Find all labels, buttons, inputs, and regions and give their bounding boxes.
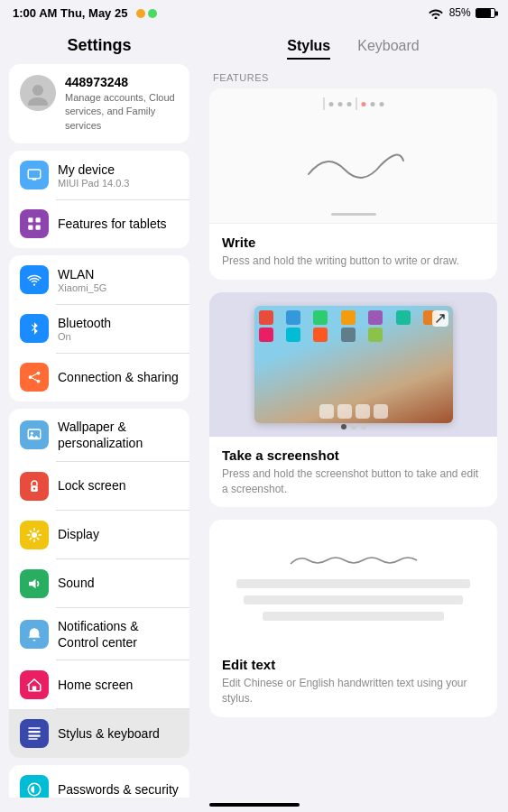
sidebar-item-homescreen[interactable]: Home screen: [9, 660, 189, 709]
display-icon: [20, 521, 49, 549]
stylus-label: Stylus & keyboard: [58, 725, 160, 742]
sidebar-item-lockscreen[interactable]: Lock screen: [9, 462, 189, 511]
sidebar-group-security: Passwords & security: [9, 765, 189, 798]
svg-rect-22: [28, 727, 41, 729]
sidebar-item-stylus[interactable]: Stylus & keyboard: [9, 709, 189, 758]
toolbar-dot1: [328, 102, 333, 106]
edittext-feature-text: Edit text Edit Chinese or English handwr…: [209, 646, 497, 717]
mydevice-icon: [20, 161, 49, 189]
feature-card-screenshot: Take a screenshot Press and hold the scr…: [209, 292, 497, 508]
stylus-drawing: [300, 143, 408, 188]
sidebar-item-wlan[interactable]: WLAN Xiaomi_5G: [9, 255, 189, 304]
app-icon-12: [368, 328, 383, 342]
homescreen-icon: [20, 670, 49, 699]
svg-point-8: [29, 375, 32, 379]
corner-icon: [432, 310, 448, 327]
text-line-1: [236, 579, 469, 588]
stylus-icon: [20, 719, 49, 748]
write-title: Write: [222, 235, 485, 250]
svg-rect-4: [28, 217, 32, 222]
svg-rect-23: [28, 738, 38, 740]
app-icon-9: [286, 328, 300, 342]
avatar-icon: [25, 80, 51, 106]
sidebar-group-personalization: Wallpaper & personalization Lock screen …: [9, 409, 189, 758]
screen-thumbnail: [254, 306, 453, 423]
sidebar-item-passwords[interactable]: Passwords & security: [9, 765, 189, 798]
app-icon-4: [341, 310, 356, 325]
dock-icon-4: [374, 404, 388, 419]
sidebar-item-sound[interactable]: Sound: [9, 559, 189, 608]
svg-rect-6: [28, 226, 32, 230]
app-icon-6: [396, 310, 411, 325]
account-id: 448973248: [65, 75, 179, 89]
sound-icon: [20, 569, 49, 598]
toolbar-div2: [356, 97, 356, 110]
account-section[interactable]: 448973248 Manage accounts, Cloud service…: [9, 64, 189, 143]
wallpaper-icon: [20, 420, 49, 449]
tablets-icon: [20, 209, 49, 238]
edittext-desc: Edit Chinese or English handwritten text…: [222, 676, 485, 706]
svg-point-9: [37, 372, 41, 375]
app-icon-10: [313, 328, 328, 342]
svg-line-12: [32, 378, 37, 381]
status-time-date: 1:00 AM Thu, May 25: [13, 6, 157, 20]
tablets-label: Features for tablets: [58, 216, 167, 232]
notif-dot-orange: [136, 9, 145, 18]
bluetooth-label: Bluetooth: [58, 315, 111, 331]
app-icon-1: [259, 310, 273, 325]
toolbar-dot4: [361, 102, 365, 106]
dock-icon-2: [337, 404, 352, 419]
battery-icon: 85%: [449, 6, 495, 19]
sidebar-item-notifications[interactable]: Notifications & Control center: [9, 608, 189, 660]
sidebar-item-connection[interactable]: Connection & sharing: [9, 353, 189, 401]
screenshot-desc: Press and hold the screenshot button to …: [222, 466, 485, 497]
sidebar-group-device: My device MIUI Pad 14.0.3 Features for t…: [9, 151, 189, 248]
svg-point-17: [32, 532, 37, 538]
svg-point-14: [31, 432, 33, 435]
notif-dot-green: [148, 9, 157, 18]
lockscreen-icon: [20, 472, 49, 501]
svg-point-10: [37, 380, 41, 383]
toolbar-dot2: [337, 102, 342, 106]
stylus-toolbar: [323, 97, 383, 110]
status-time: 1:00 AM: [13, 6, 57, 20]
tab-keyboard[interactable]: Keyboard: [357, 38, 420, 60]
sidebar-item-tablets[interactable]: Features for tablets: [9, 199, 189, 248]
lockscreen-label: Lock screen: [58, 477, 125, 494]
svg-rect-2: [28, 170, 41, 179]
text-line-3: [263, 612, 444, 621]
sidebar-title: Settings: [0, 25, 199, 64]
passwords-label: Passwords & security: [58, 781, 179, 798]
app-icon-2: [286, 310, 300, 325]
app-icon-11: [341, 328, 356, 342]
svg-point-1: [28, 97, 48, 106]
section-label: FEATURES: [199, 69, 508, 88]
screenshot-preview: [209, 292, 497, 437]
sidebar-item-wallpaper[interactable]: Wallpaper & personalization: [9, 409, 189, 461]
sidebar-group-network: WLAN Xiaomi_5G Bluetooth On Connection &…: [9, 255, 189, 401]
dot-2: [361, 424, 366, 429]
connection-label: Connection & sharing: [58, 369, 179, 385]
sidebar-item-mydevice[interactable]: My device MIUI Pad 14.0.3: [9, 151, 189, 199]
right-panel: Stylus Keyboard FEATURES: [199, 25, 508, 798]
toolbar-dot3: [346, 102, 351, 106]
dock-icon-1: [319, 404, 334, 419]
svg-rect-19: [32, 686, 37, 690]
write-preview: [209, 88, 497, 224]
account-description: Manage accounts, Cloud services, and Fam…: [65, 91, 179, 133]
bluetooth-labels: Bluetooth On: [58, 315, 111, 342]
bottom-bar: [0, 798, 508, 812]
feature-card-write: Write Press and hold the writing button …: [209, 88, 497, 280]
scroll-indicator: [331, 213, 376, 216]
sidebar-item-display[interactable]: Display: [9, 511, 189, 559]
dot-active: [341, 424, 346, 429]
svg-line-11: [32, 374, 37, 376]
notifications-label: Notifications & Control center: [58, 618, 179, 651]
notifications-icon: [20, 620, 49, 649]
screenshot-feature-text: Take a screenshot Press and hold the scr…: [209, 437, 497, 508]
sidebar-item-bluetooth[interactable]: Bluetooth On: [9, 304, 189, 353]
home-indicator: [209, 803, 300, 807]
dot-1: [351, 424, 356, 429]
toolbar-dot5: [370, 102, 374, 106]
tab-stylus[interactable]: Stylus: [287, 38, 330, 60]
